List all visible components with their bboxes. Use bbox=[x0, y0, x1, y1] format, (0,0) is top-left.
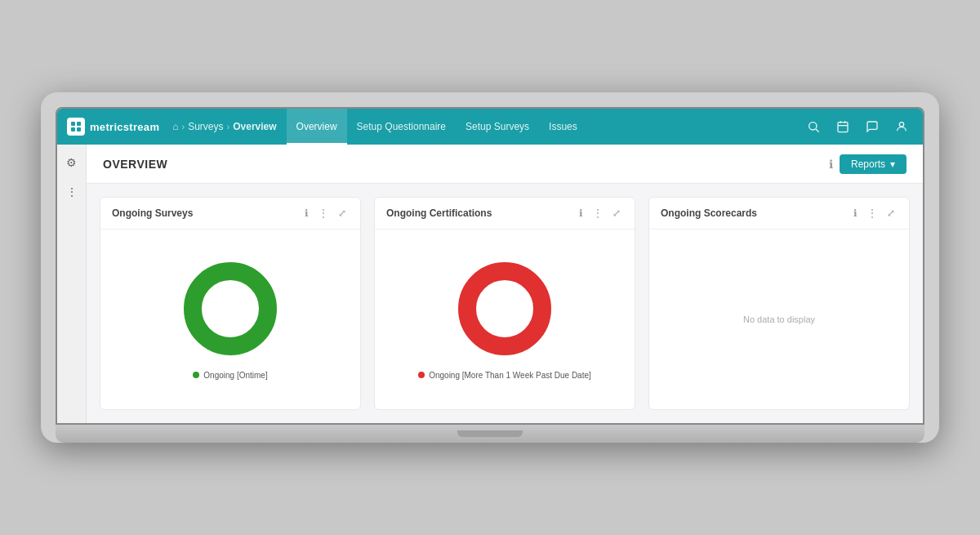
card-ongoing-surveys: Ongoing Surveys ℹ ⋮ ⤢ bbox=[100, 197, 361, 410]
nav-item-setup-questionnaire[interactable]: Setup Questionnaire bbox=[347, 109, 456, 145]
breadcrumb-overview: Overview bbox=[233, 121, 276, 132]
search-icon[interactable] bbox=[802, 115, 825, 138]
reports-dropdown-icon: ▾ bbox=[890, 158, 895, 170]
svg-point-10 bbox=[899, 123, 903, 127]
card-ongoing-certifications-body: Ongoing [More Than 1 Week Past Due Date] bbox=[375, 230, 635, 409]
svg-point-12 bbox=[206, 284, 255, 333]
card-ongoing-surveys-expand[interactable]: ⤢ bbox=[336, 206, 349, 221]
card-ongoing-certifications-more[interactable]: ⋮ bbox=[590, 206, 605, 221]
scorecards-no-data-label: No data to display bbox=[743, 314, 815, 324]
svg-rect-2 bbox=[71, 127, 75, 132]
card-ongoing-surveys-body: Ongoing [Ontime] bbox=[100, 230, 360, 409]
svg-rect-0 bbox=[71, 122, 75, 126]
breadcrumb-sep2: › bbox=[227, 122, 230, 132]
home-icon[interactable]: ⌂ bbox=[172, 121, 178, 132]
breadcrumb-surveys[interactable]: Surveys bbox=[188, 121, 223, 132]
surveys-legend-label: Ongoing [Ontime] bbox=[203, 371, 267, 380]
card-ongoing-scorecards-more[interactable]: ⋮ bbox=[865, 206, 880, 221]
card-ongoing-surveys-actions: ℹ ⋮ ⤢ bbox=[302, 206, 349, 221]
reports-label: Reports bbox=[851, 158, 885, 170]
svg-rect-3 bbox=[77, 127, 81, 132]
card-ongoing-scorecards: Ongoing Scorecards ℹ ⋮ ⤢ No data to disp… bbox=[648, 197, 910, 410]
card-ongoing-surveys-info[interactable]: ℹ bbox=[302, 206, 311, 221]
surveys-donut-chart bbox=[181, 260, 279, 358]
card-ongoing-certifications-title: Ongoing Certifications bbox=[386, 207, 492, 219]
nav-item-overview[interactable]: Overview bbox=[287, 109, 347, 145]
logo-text: metricstream bbox=[90, 121, 159, 133]
main-content: OVERVIEW ℹ Reports ▾ Ongoing Surve bbox=[87, 145, 923, 423]
surveys-legend-dot bbox=[193, 372, 199, 378]
sidebar: ⚙ ⋮ bbox=[57, 145, 87, 423]
svg-line-5 bbox=[816, 129, 819, 132]
reports-button[interactable]: Reports ▾ bbox=[840, 154, 906, 174]
topbar-nav: Overview Setup Questionnaire Setup Surve… bbox=[277, 109, 802, 145]
user-icon[interactable] bbox=[890, 115, 913, 138]
page-header: OVERVIEW ℹ Reports ▾ bbox=[87, 145, 923, 184]
certifications-donut-chart bbox=[456, 260, 554, 358]
logo-icon bbox=[67, 118, 85, 136]
card-ongoing-scorecards-body: No data to display bbox=[649, 230, 909, 409]
card-ongoing-scorecards-info[interactable]: ℹ bbox=[851, 206, 860, 221]
surveys-legend: Ongoing [Ontime] bbox=[193, 371, 267, 380]
nav-item-issues[interactable]: Issues bbox=[539, 109, 587, 145]
card-ongoing-certifications-actions: ℹ ⋮ ⤢ bbox=[577, 206, 623, 221]
surveys-donut-container: Ongoing [Ontime] bbox=[181, 260, 279, 380]
svg-point-14 bbox=[480, 284, 529, 333]
logo: metricstream bbox=[67, 118, 159, 136]
page-title: OVERVIEW bbox=[103, 158, 167, 171]
card-ongoing-certifications-header: Ongoing Certifications ℹ ⋮ ⤢ bbox=[375, 198, 635, 230]
calendar-icon[interactable] bbox=[831, 115, 854, 138]
page-header-actions: ℹ Reports ▾ bbox=[829, 154, 906, 174]
card-ongoing-certifications: Ongoing Certifications ℹ ⋮ ⤢ bbox=[374, 197, 635, 410]
app-wrapper: ⚙ ⋮ OVERVIEW ℹ Reports ▾ bbox=[57, 145, 923, 423]
certifications-legend-dot bbox=[418, 372, 425, 378]
card-ongoing-scorecards-header: Ongoing Scorecards ℹ ⋮ ⤢ bbox=[649, 198, 909, 230]
certifications-donut-container: Ongoing [More Than 1 Week Past Due Date] bbox=[418, 260, 591, 380]
topbar-icons bbox=[802, 115, 913, 138]
laptop-notch bbox=[457, 430, 523, 437]
card-ongoing-scorecards-actions: ℹ ⋮ ⤢ bbox=[851, 206, 898, 221]
breadcrumb-sep1: › bbox=[182, 122, 185, 132]
card-ongoing-surveys-title: Ongoing Surveys bbox=[112, 207, 193, 219]
svg-rect-1 bbox=[77, 122, 81, 126]
breadcrumb: ⌂ › Surveys › Overview bbox=[172, 121, 276, 132]
card-ongoing-certifications-expand[interactable]: ⤢ bbox=[610, 206, 623, 221]
certifications-legend: Ongoing [More Than 1 Week Past Due Date] bbox=[418, 371, 591, 380]
sidebar-settings-btn[interactable]: ⚙ bbox=[60, 151, 83, 174]
card-ongoing-surveys-header: Ongoing Surveys ℹ ⋮ ⤢ bbox=[100, 198, 360, 230]
svg-point-4 bbox=[809, 123, 817, 130]
header-info-icon[interactable]: ℹ bbox=[829, 158, 833, 171]
card-ongoing-scorecards-title: Ongoing Scorecards bbox=[661, 207, 757, 219]
card-ongoing-scorecards-expand[interactable]: ⤢ bbox=[884, 206, 898, 221]
nav-item-setup-surveys[interactable]: Setup Surveys bbox=[456, 109, 539, 145]
certifications-legend-label: Ongoing [More Than 1 Week Past Due Date] bbox=[429, 371, 591, 380]
card-ongoing-certifications-info[interactable]: ℹ bbox=[577, 206, 586, 221]
sidebar-more-btn[interactable]: ⋮ bbox=[60, 181, 83, 203]
topbar: metricstream ⌂ › Surveys › Overview Over… bbox=[57, 109, 923, 145]
notifications-icon[interactable] bbox=[861, 115, 884, 138]
cards-grid: Ongoing Surveys ℹ ⋮ ⤢ bbox=[87, 184, 923, 423]
card-ongoing-surveys-more[interactable]: ⋮ bbox=[316, 206, 331, 221]
svg-rect-6 bbox=[838, 123, 848, 132]
